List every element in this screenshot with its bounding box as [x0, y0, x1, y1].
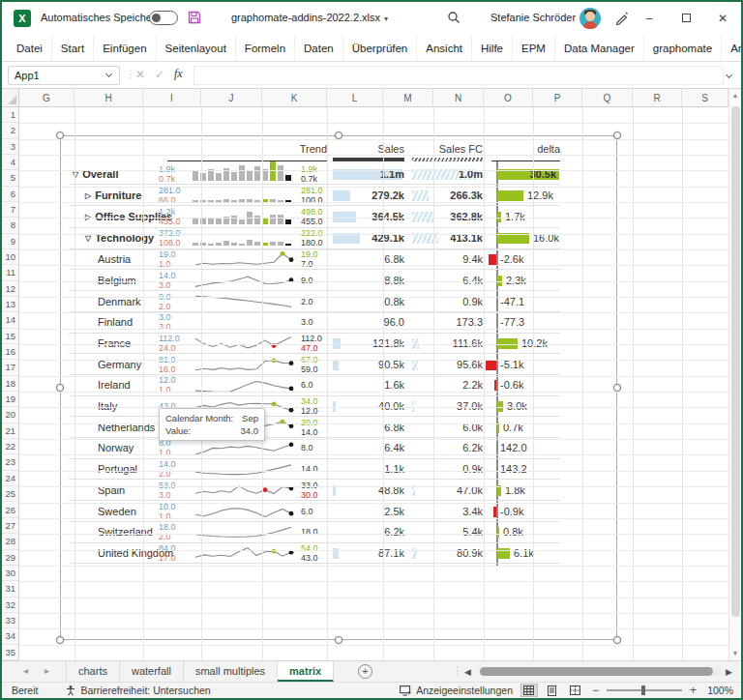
ribbon-tab-analysis[interactable]: Analysis — [722, 35, 743, 61]
column-header-j[interactable]: J — [201, 89, 262, 106]
ribbon-tab-einf-gen[interactable]: Einfügen — [94, 35, 156, 61]
name-box[interactable]: App1 — [8, 66, 120, 85]
row-header-26[interactable]: 26 — [2, 503, 18, 518]
sheet-nav-left-icon[interactable]: ◂ — [23, 665, 28, 676]
row-header-7[interactable]: 7 — [2, 202, 18, 218]
matrix-row-label[interactable]: Finland — [98, 316, 133, 328]
row-header-27[interactable]: 27 — [2, 518, 18, 534]
row-header-19[interactable]: 19 — [2, 392, 18, 407]
zoom-slider-handle[interactable] — [641, 685, 645, 695]
sheet-tab-charts[interactable]: charts — [66, 661, 120, 682]
ribbon-tab-epm[interactable]: EPM — [513, 35, 555, 61]
row-header-9[interactable]: 9 — [2, 234, 18, 249]
name-box-dropdown-icon[interactable] — [105, 71, 112, 77]
horizontal-scrollbar[interactable] — [478, 667, 722, 676]
row-header-13[interactable]: 13 — [2, 297, 18, 312]
formula-input[interactable] — [193, 66, 724, 85]
document-title[interactable]: graphomate-addins-2022.2.xlsx▾ — [223, 12, 397, 23]
sheet-nav-right-icon[interactable]: ▸ — [45, 665, 49, 676]
matrix-row-label[interactable]: Norway — [98, 442, 134, 453]
row-header-32[interactable]: 32 — [2, 598, 18, 613]
cancel-entry-icon[interactable]: ✕ — [135, 68, 145, 81]
ribbon-overflow-icon[interactable]: › — [733, 42, 737, 53]
row-headers[interactable]: 1234567891011121314151617181920212223242… — [2, 107, 19, 660]
hscroll-right-icon[interactable]: ▶ — [726, 667, 732, 677]
ribbon-tab-graphomate[interactable]: graphomate — [644, 35, 722, 61]
row-header-31[interactable]: 31 — [2, 581, 18, 597]
row-header-25[interactable]: 25 — [2, 486, 18, 502]
row-header-29[interactable]: 29 — [2, 550, 18, 566]
column-header-o[interactable]: O — [484, 89, 533, 106]
formula-bar-expand-icon[interactable] — [726, 72, 732, 78]
add-sheet-button[interactable]: + — [358, 664, 372, 679]
column-header-k[interactable]: K — [262, 89, 327, 106]
ribbon-tab-ansicht[interactable]: Ansicht — [417, 35, 472, 61]
row-header-35[interactable]: 35 — [2, 645, 18, 660]
zoom-in-button[interactable]: + — [690, 684, 697, 697]
autosave-toggle[interactable] — [149, 11, 178, 25]
column-header-q[interactable]: Q — [582, 89, 633, 106]
sheet-tab-waterfall[interactable]: waterfall — [120, 661, 184, 682]
row-header-18[interactable]: 18 — [2, 376, 18, 392]
column-header-s[interactable]: S — [682, 89, 728, 106]
matrix-row-label[interactable]: Sweden — [98, 506, 136, 517]
row-header-30[interactable]: 30 — [2, 566, 18, 581]
ribbon-tab-formeln[interactable]: Formeln — [236, 35, 295, 61]
ribbon-tab-hilfe[interactable]: Hilfe — [472, 35, 513, 61]
avatar[interactable] — [580, 8, 601, 29]
accessibility-button[interactable]: Barrierefreiheit: Untersuchen — [65, 685, 210, 696]
page-layout-view-button[interactable] — [544, 684, 561, 697]
row-header-11[interactable]: 11 — [2, 265, 18, 280]
select-all-corner[interactable] — [2, 89, 19, 107]
row-header-22[interactable]: 22 — [2, 439, 18, 454]
row-header-16[interactable]: 16 — [2, 344, 18, 360]
selection-handle[interactable] — [56, 384, 64, 392]
row-header-24[interactable]: 24 — [2, 471, 18, 486]
zoom-out-button[interactable]: − — [592, 684, 599, 697]
row-header-6[interactable]: 6 — [2, 187, 18, 202]
row-header-23[interactable]: 23 — [2, 454, 18, 470]
ribbon-tab-data-manager[interactable]: Data Manager — [555, 35, 644, 61]
row-header-2[interactable]: 2 — [2, 123, 18, 138]
matrix-row-label[interactable]: ▷Furniture — [85, 190, 141, 201]
sheet-tab-small-multiples[interactable]: small multiples — [184, 661, 278, 682]
ribbon-tab-daten[interactable]: Daten — [295, 35, 343, 61]
vertical-scroll-thumb[interactable] — [731, 106, 740, 617]
row-header-4[interactable]: 4 — [2, 155, 18, 170]
column-header-g[interactable]: G — [19, 89, 74, 106]
column-headers[interactable]: GHIJKLMNOPQRS — [19, 89, 728, 107]
selection-handle[interactable] — [613, 636, 621, 644]
row-header-8[interactable]: 8 — [2, 218, 18, 233]
selection-handle[interactable] — [613, 384, 621, 392]
row-header-14[interactable]: 14 — [2, 312, 18, 328]
save-icon[interactable] — [188, 11, 201, 24]
row-header-5[interactable]: 5 — [2, 170, 18, 186]
row-header-20[interactable]: 20 — [2, 407, 18, 423]
selection-handle[interactable] — [56, 131, 64, 139]
row-header-28[interactable]: 28 — [2, 534, 18, 549]
column-header-i[interactable]: I — [143, 89, 201, 106]
column-header-m[interactable]: M — [383, 89, 433, 106]
row-header-21[interactable]: 21 — [2, 423, 18, 439]
worksheet-grid[interactable]: Calendar Month:Sep Value:34.0 TrendSales… — [19, 107, 728, 660]
hscroll-left-icon[interactable]: ◀ — [464, 667, 471, 677]
ribbon-tab--berpr-fen[interactable]: Überprüfen — [343, 35, 418, 61]
column-header-n[interactable]: N — [433, 89, 484, 106]
matrix-row-label[interactable]: Portugal — [98, 463, 137, 475]
selection-handle[interactable] — [56, 636, 64, 644]
matrix-row-label[interactable]: France — [98, 337, 131, 349]
ribbon-tab-datei[interactable]: Datei — [8, 35, 52, 61]
matrix-row-label[interactable]: Austria — [98, 253, 131, 265]
tabstrip-splitter[interactable]: ⋮ — [453, 665, 462, 676]
row-header-10[interactable]: 10 — [2, 249, 18, 265]
row-header-34[interactable]: 34 — [2, 628, 18, 644]
row-header-15[interactable]: 15 — [2, 329, 18, 344]
page-break-view-button[interactable] — [567, 684, 584, 697]
close-button[interactable]: ✕ — [712, 8, 733, 29]
scroll-up-icon[interactable]: ▲ — [729, 89, 741, 102]
zoom-percentage[interactable]: 100% — [704, 685, 733, 696]
vertical-scrollbar[interactable]: ▲ ▼ — [728, 89, 741, 660]
display-settings-button[interactable]: Anzeigeeinstellungen — [400, 685, 513, 696]
formula-bar-splitter[interactable]: ⋮ — [126, 69, 135, 79]
maximize-button[interactable] — [675, 8, 697, 29]
